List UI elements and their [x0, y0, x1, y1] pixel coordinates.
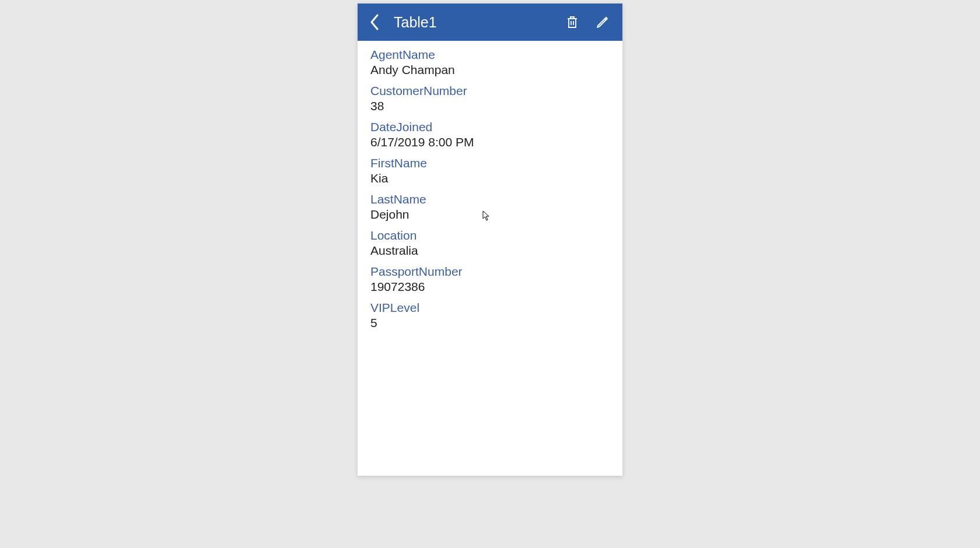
field-location: Location Australia	[370, 229, 610, 258]
field-firstname: FirstName Kia	[370, 156, 610, 185]
field-customernumber: CustomerNumber 38	[370, 84, 610, 113]
field-lastname: LastName Dejohn	[370, 192, 610, 222]
field-viplevel: VIPLevel 5	[370, 301, 610, 330]
edit-button[interactable]	[596, 15, 610, 29]
back-button[interactable]	[366, 10, 383, 34]
field-label: PassportNumber	[370, 265, 610, 279]
field-value: Dejohn	[370, 208, 610, 222]
field-label: LastName	[370, 192, 610, 206]
field-value: Andy Champan	[370, 63, 610, 77]
field-datejoined: DateJoined 6/17/2019 8:00 PM	[370, 120, 610, 149]
chevron-left-icon	[369, 13, 380, 31]
trash-icon	[565, 15, 579, 29]
field-label: FirstName	[370, 156, 610, 170]
field-value: 6/17/2019 8:00 PM	[370, 135, 610, 149]
field-label: AgentName	[370, 48, 610, 62]
field-label: VIPLevel	[370, 301, 610, 315]
field-label: CustomerNumber	[370, 84, 610, 98]
field-passportnumber: PassportNumber 19072386	[370, 265, 610, 294]
svg-line-2	[605, 19, 606, 20]
delete-button[interactable]	[565, 15, 579, 29]
field-value: Kia	[370, 171, 610, 185]
header-bar: Table1	[358, 3, 622, 41]
field-value: 5	[370, 316, 610, 330]
app-container: Table1 AgentName Andy Cha	[358, 3, 622, 476]
header-actions	[565, 15, 614, 29]
detail-content: AgentName Andy Champan CustomerNumber 38…	[358, 41, 622, 476]
field-value: 38	[370, 99, 610, 113]
field-label: DateJoined	[370, 120, 610, 134]
field-value: Australia	[370, 244, 610, 258]
field-agentname: AgentName Andy Champan	[370, 48, 610, 77]
field-value: 19072386	[370, 280, 610, 294]
page-title: Table1	[394, 14, 565, 31]
field-label: Location	[370, 229, 610, 243]
pencil-icon	[596, 15, 610, 29]
